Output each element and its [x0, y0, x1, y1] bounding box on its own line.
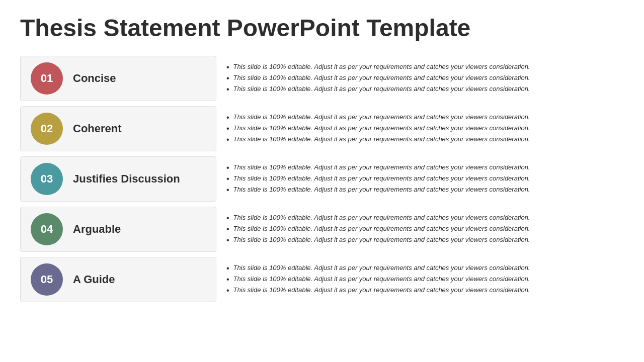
bullet-item-3-2: •This slide is 100% editable. Adjust it …: [226, 174, 624, 184]
number-circle-5: 05: [31, 263, 63, 296]
bullet-dot: •: [226, 235, 229, 245]
bullet-item-5-1: •This slide is 100% editable. Adjust it …: [226, 263, 624, 273]
bullet-item-2-1: •This slide is 100% editable. Adjust it …: [226, 113, 624, 122]
bullet-item-5-3: •This slide is 100% editable. Adjust it …: [226, 286, 624, 295]
card-label-2: Coherent: [73, 122, 122, 135]
number-circle-2: 02: [31, 113, 63, 145]
bullet-item-4-3: •This slide is 100% editable. Adjust it …: [226, 235, 624, 245]
bullet-dot: •: [226, 263, 229, 273]
bullet-text: This slide is 100% editable. Adjust it a…: [233, 224, 530, 233]
bullet-dot: •: [226, 124, 229, 133]
card-label-3: Justifies Discussion: [73, 172, 180, 186]
card-label-4: Arguable: [73, 223, 121, 236]
bullet-dot: •: [226, 163, 229, 172]
bullets-4: •This slide is 100% editable. Adjust it …: [226, 213, 624, 245]
bullet-item-1-3: •This slide is 100% editable. Adjust it …: [226, 84, 624, 94]
bullet-dot: •: [226, 174, 229, 184]
bullet-item-4-2: •This slide is 100% editable. Adjust it …: [226, 224, 624, 234]
bullet-dot: •: [226, 224, 229, 234]
bullet-text: This slide is 100% editable. Adjust it a…: [233, 124, 530, 133]
number-circle-4: 04: [31, 213, 63, 245]
bullet-dot: •: [226, 84, 229, 94]
bullet-dot: •: [226, 113, 229, 122]
left-card-4: 04Arguable: [20, 207, 216, 252]
page-title: Thesis Statement PowerPoint Template: [20, 15, 624, 42]
bullet-text: This slide is 100% editable. Adjust it a…: [233, 62, 530, 71]
bullet-item-1-1: •This slide is 100% editable. Adjust it …: [226, 62, 624, 72]
bullet-text: This slide is 100% editable. Adjust it a…: [233, 73, 530, 82]
bullet-item-5-2: •This slide is 100% editable. Adjust it …: [226, 275, 624, 284]
bullets-1: •This slide is 100% editable. Adjust it …: [226, 62, 624, 95]
bullet-text: This slide is 100% editable. Adjust it a…: [233, 113, 530, 122]
bullet-text: This slide is 100% editable. Adjust it a…: [233, 286, 530, 295]
bullet-item-1-2: •This slide is 100% editable. Adjust it …: [226, 73, 624, 83]
bullet-text: This slide is 100% editable. Adjust it a…: [233, 275, 530, 284]
row-item-2: 02Coherent•This slide is 100% editable. …: [20, 106, 624, 151]
bullets-2: •This slide is 100% editable. Adjust it …: [226, 113, 624, 145]
left-card-5: 05A Guide: [20, 257, 216, 302]
card-label-5: A Guide: [73, 273, 115, 286]
card-label-1: Concise: [73, 72, 116, 85]
bullets-3: •This slide is 100% editable. Adjust it …: [226, 163, 624, 195]
left-card-3: 03Justifies Discussion: [20, 156, 216, 202]
bullet-text: This slide is 100% editable. Adjust it a…: [233, 84, 530, 94]
number-circle-1: 01: [31, 62, 63, 95]
bullet-dot: •: [226, 185, 229, 195]
bullet-dot: •: [226, 62, 229, 72]
bullet-dot: •: [226, 213, 229, 223]
bullet-dot: •: [226, 286, 229, 295]
row-item-3: 03Justifies Discussion•This slide is 100…: [20, 156, 624, 202]
bullet-text: This slide is 100% editable. Adjust it a…: [233, 135, 530, 144]
bullet-dot: •: [226, 73, 229, 83]
bullet-item-3-3: •This slide is 100% editable. Adjust it …: [226, 185, 624, 195]
bullet-dot: •: [226, 135, 229, 144]
bullet-item-4-1: •This slide is 100% editable. Adjust it …: [226, 213, 624, 223]
bullet-text: This slide is 100% editable. Adjust it a…: [233, 235, 530, 244]
row-item-4: 04Arguable•This slide is 100% editable. …: [20, 207, 624, 252]
bullet-item-3-1: •This slide is 100% editable. Adjust it …: [226, 163, 624, 172]
bullet-text: This slide is 100% editable. Adjust it a…: [233, 174, 530, 183]
number-circle-3: 03: [31, 163, 63, 195]
left-card-1: 01Concise: [20, 56, 216, 101]
row-item-1: 01Concise•This slide is 100% editable. A…: [20, 56, 624, 101]
bullet-dot: •: [226, 275, 229, 284]
content-area: 01Concise•This slide is 100% editable. A…: [20, 56, 624, 302]
page-container: Thesis Statement PowerPoint Template 01C…: [0, 0, 644, 362]
bullet-text: This slide is 100% editable. Adjust it a…: [233, 213, 530, 222]
bullet-text: This slide is 100% editable. Adjust it a…: [233, 185, 530, 194]
bullets-5: •This slide is 100% editable. Adjust it …: [226, 263, 624, 296]
bullet-item-2-2: •This slide is 100% editable. Adjust it …: [226, 124, 624, 133]
bullet-text: This slide is 100% editable. Adjust it a…: [233, 163, 530, 172]
bullet-item-2-3: •This slide is 100% editable. Adjust it …: [226, 135, 624, 144]
left-card-2: 02Coherent: [20, 106, 216, 151]
bullet-text: This slide is 100% editable. Adjust it a…: [233, 263, 530, 273]
row-item-5: 05A Guide•This slide is 100% editable. A…: [20, 257, 624, 302]
